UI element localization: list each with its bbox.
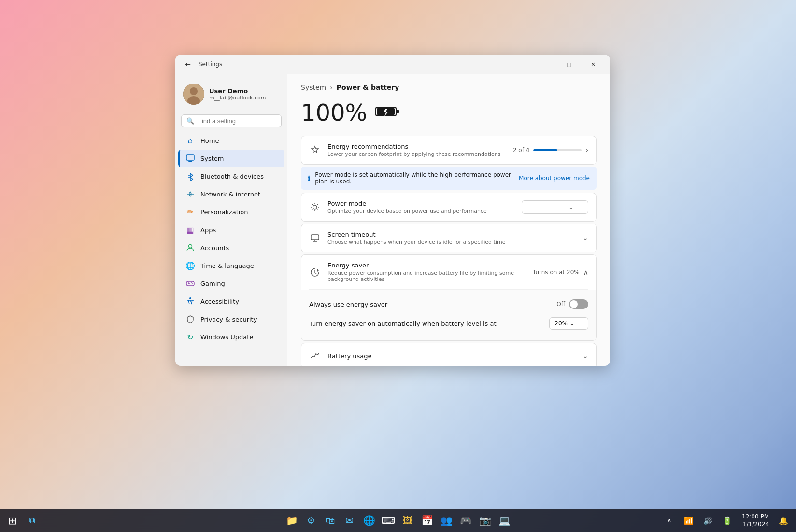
sidebar-item-label: Personalization xyxy=(200,209,248,216)
power-mode-right: ⌄ xyxy=(522,200,588,214)
taskbar-center: 📁 ⚙ 🛍 ✉ 🌐 ⌨ 🖼 📅 👥 🎮 📷 💻 xyxy=(283,512,513,529)
info-banner-text: Power mode is set automatically while th… xyxy=(315,171,514,185)
start-button[interactable]: ⊞ xyxy=(4,512,21,529)
sidebar-item-apps[interactable]: ▦ Apps xyxy=(178,221,284,238)
screen-timeout-title: Screen timeout xyxy=(327,231,576,238)
energy-saver-subtitle: Reduce power consumption and increase ba… xyxy=(327,270,526,282)
auto-turn-on-dropdown[interactable]: 20% ⌄ xyxy=(549,317,588,330)
close-button[interactable]: ✕ xyxy=(582,56,604,72)
volume-icon[interactable]: 🔊 xyxy=(699,512,717,529)
gaming-icon xyxy=(186,279,195,288)
svg-rect-4 xyxy=(188,161,192,162)
breadcrumb-separator: › xyxy=(330,84,333,91)
sidebar-item-gaming[interactable]: Gaming xyxy=(178,275,284,292)
svg-rect-20 xyxy=(397,110,399,113)
taskbar-chevron[interactable]: ∧ xyxy=(661,512,678,529)
battery-usage-text: Battery usage xyxy=(327,352,576,360)
window-title: Settings xyxy=(199,61,222,68)
taskbar-dev[interactable]: 💻 xyxy=(496,512,513,529)
energy-recommendations-subtitle: Lower your carbon footprint by applying … xyxy=(327,151,506,157)
chevron-down-icon: ⌄ xyxy=(569,204,573,210)
clock[interactable]: 12:00 PM 1/1/2024 xyxy=(738,511,773,530)
privacy-icon xyxy=(186,315,195,323)
back-button[interactable]: ← xyxy=(181,57,195,71)
taskbar-file-explorer[interactable]: 📁 xyxy=(283,512,300,529)
clock-time: 12:00 PM xyxy=(742,513,769,520)
screen-timeout-text: Screen timeout Choose what happens when … xyxy=(327,231,576,245)
battery-usage-row[interactable]: Battery usage ⌄ xyxy=(301,343,596,366)
taskbar-teams[interactable]: 👥 xyxy=(438,512,455,529)
screen-timeout-row[interactable]: Screen timeout Choose what happens when … xyxy=(301,224,596,252)
sidebar-item-system[interactable]: System xyxy=(178,150,284,167)
taskbar-mail[interactable]: ✉ xyxy=(341,512,358,529)
battery-usage-icon xyxy=(309,350,321,362)
sidebar-item-privacy[interactable]: Privacy & security xyxy=(178,310,284,328)
sidebar-item-time[interactable]: 🌐 Time & language xyxy=(178,257,284,274)
sidebar-item-label: Home xyxy=(200,137,219,144)
energy-saver-chevron[interactable]: ∧ xyxy=(583,268,588,276)
search-container: 🔍 xyxy=(175,112,287,131)
battery-usage-title: Battery usage xyxy=(327,352,576,360)
battery-usage-chevron: ⌄ xyxy=(583,352,588,360)
sidebar-item-personalization[interactable]: ✏ Personalization xyxy=(178,203,284,221)
sidebar-item-label: Gaming xyxy=(200,280,225,287)
energy-saver-text: Energy saver Reduce power consumption an… xyxy=(327,262,526,282)
home-icon: ⌂ xyxy=(186,136,195,145)
sidebar-item-update[interactable]: ↻ Windows Update xyxy=(178,328,284,346)
apps-icon: ▦ xyxy=(186,225,195,234)
info-banner: ℹ Power mode is set automatically while … xyxy=(301,167,597,190)
battery-status[interactable]: 🔋 xyxy=(719,512,736,529)
energy-recommendations-row[interactable]: Energy recommendations Lower your carbon… xyxy=(301,136,596,164)
settings-window: ← Settings — □ ✕ User Demo xyxy=(175,55,610,366)
sidebar-item-label: System xyxy=(200,155,224,162)
info-banner-link[interactable]: More about power mode xyxy=(519,175,590,182)
taskbar-left: ⊞ ⧉ xyxy=(4,512,41,529)
taskbar-browser[interactable]: 🌐 xyxy=(360,512,378,529)
update-icon: ↻ xyxy=(186,333,195,341)
svg-rect-5 xyxy=(187,162,193,162)
clock-date: 1/1/2024 xyxy=(743,521,769,528)
personalization-icon: ✏ xyxy=(186,208,195,216)
always-use-toggle[interactable] xyxy=(569,299,588,309)
sidebar-item-label: Bluetooth & devices xyxy=(200,173,264,180)
search-input[interactable] xyxy=(198,117,279,125)
battery-icon xyxy=(375,103,400,123)
taskbar-xbox[interactable]: 🎮 xyxy=(457,512,474,529)
screen-timeout-subtitle: Choose what happens when your device is … xyxy=(327,239,576,245)
notification-icon[interactable]: 🔔 xyxy=(775,512,792,529)
maximize-button[interactable]: □ xyxy=(558,56,580,72)
taskbar-store[interactable]: 🛍 xyxy=(322,512,339,529)
energy-saver-row[interactable]: Energy saver Reduce power consumption an… xyxy=(301,255,596,289)
network-status[interactable]: 📶 xyxy=(680,512,697,529)
taskbar-right: ∧ 📶 🔊 🔋 12:00 PM 1/1/2024 🔔 xyxy=(661,511,792,530)
power-mode-row[interactable]: Power mode Optimize your device based on… xyxy=(301,193,596,221)
taskbar-camera[interactable]: 📷 xyxy=(476,512,494,529)
time-icon: 🌐 xyxy=(186,261,195,270)
power-mode-dropdown[interactable]: ⌄ xyxy=(522,200,588,214)
minimize-button[interactable]: — xyxy=(534,56,556,72)
screen-timeout-chevron: ⌄ xyxy=(583,234,588,242)
breadcrumb: System › Power & battery xyxy=(301,84,597,91)
auto-turn-on-row: Turn energy saver on automatically when … xyxy=(309,313,588,334)
power-mode-title: Power mode xyxy=(327,200,515,207)
user-name: User Demo xyxy=(209,87,266,95)
energy-recommendations-chevron: › xyxy=(585,146,588,154)
sidebar-item-accounts[interactable]: Accounts xyxy=(178,239,284,256)
taskbar: ⊞ ⧉ 📁 ⚙ 🛍 ✉ 🌐 ⌨ 🖼 📅 👥 🎮 📷 💻 ∧ 📶 🔊 🔋 12:0… xyxy=(0,509,796,532)
sidebar-item-label: Network & internet xyxy=(200,191,260,198)
avatar xyxy=(183,84,204,105)
taskview-button[interactable]: ⧉ xyxy=(23,512,41,529)
sidebar-item-accessibility[interactable]: Accessibility xyxy=(178,293,284,310)
energy-recommendations-text: Energy recommendations Lower your carbon… xyxy=(327,143,506,157)
taskbar-calendar[interactable]: 📅 xyxy=(418,512,436,529)
taskbar-photos[interactable]: 🖼 xyxy=(399,512,416,529)
user-profile[interactable]: User Demo m__lab@outlook.com xyxy=(175,78,287,112)
sidebar-item-bluetooth[interactable]: Bluetooth & devices xyxy=(178,168,284,185)
taskbar-terminal[interactable]: ⌨ xyxy=(380,512,397,529)
sidebar-item-network[interactable]: Network & internet xyxy=(178,185,284,203)
taskbar-settings[interactable]: ⚙ xyxy=(302,512,320,529)
breadcrumb-current: Power & battery xyxy=(337,84,399,91)
svg-point-21 xyxy=(313,205,317,209)
energy-saver-card: Energy saver Reduce power consumption an… xyxy=(301,254,597,341)
sidebar-item-home[interactable]: ⌂ Home xyxy=(178,132,284,149)
